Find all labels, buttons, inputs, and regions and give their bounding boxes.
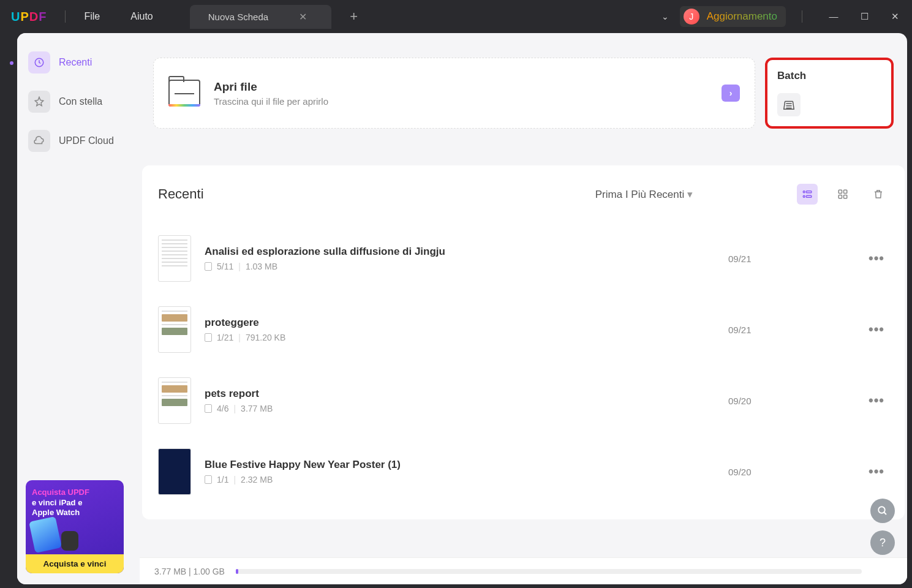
sidebar-item-label: UPDF Cloud bbox=[59, 135, 114, 146]
svg-point-9 bbox=[878, 507, 885, 513]
close-icon[interactable]: ✕ bbox=[299, 11, 307, 23]
open-file-subtitle: Trascina qui il file per aprirlo bbox=[214, 96, 328, 107]
file-row[interactable]: proteggere 1/21 | 791.20 KB 09/21 ••• bbox=[158, 294, 889, 365]
main-content: Apri file Trascina qui il file per aprir… bbox=[140, 33, 907, 584]
svg-rect-3 bbox=[807, 191, 812, 193]
file-meta: 4/6 | 3.77 MB bbox=[205, 404, 715, 413]
file-row[interactable]: Blue Festive Happy New Year Poster (1) 1… bbox=[158, 436, 889, 507]
file-meta: 1/21 | 791.20 KB bbox=[205, 333, 715, 342]
divider bbox=[802, 10, 802, 23]
minimize-button[interactable]: — bbox=[827, 11, 840, 22]
chevron-right-icon[interactable]: › bbox=[722, 85, 740, 102]
file-thumb bbox=[158, 377, 191, 424]
svg-rect-6 bbox=[844, 190, 847, 193]
update-label: Aggiornamento bbox=[707, 10, 777, 23]
titlebar: UPDF File Aiuto Nuova Scheda ✕ + ⌄ J Agg… bbox=[0, 0, 912, 33]
svg-point-2 bbox=[803, 195, 805, 197]
svg-point-1 bbox=[803, 191, 805, 193]
pages-icon bbox=[205, 333, 212, 342]
file-list: Analisi ed esplorazione sulla diffusione… bbox=[158, 223, 889, 507]
file-row[interactable]: Analisi ed esplorazione sulla diffusione… bbox=[158, 223, 889, 294]
trash-button[interactable] bbox=[868, 184, 889, 205]
sidebar-item-recent[interactable]: Recenti bbox=[26, 48, 131, 77]
search-button[interactable] bbox=[870, 499, 895, 523]
sidebar: Recenti Con stella UPDF Cloud Acquista U… bbox=[17, 33, 140, 584]
folder-icon bbox=[168, 80, 200, 107]
more-button[interactable]: ••• bbox=[864, 393, 889, 409]
batch-title: Batch bbox=[777, 70, 881, 82]
file-name: Blue Festive Happy New Year Poster (1) bbox=[205, 459, 715, 471]
sort-dropdown[interactable]: Prima I Più Recenti bbox=[595, 188, 693, 201]
svg-rect-7 bbox=[839, 195, 842, 198]
footer: 3.77 MB | 1.00 GB bbox=[140, 557, 907, 584]
sidebar-item-starred[interactable]: Con stella bbox=[26, 87, 131, 116]
pages-icon bbox=[205, 262, 212, 271]
svg-rect-8 bbox=[844, 195, 847, 198]
promo-cta[interactable]: Acquista e vinci bbox=[26, 554, 124, 573]
batch-card[interactable]: Batch bbox=[765, 58, 894, 129]
file-name: proteggere bbox=[205, 317, 715, 329]
open-file-card[interactable]: Apri file Trascina qui il file per aprir… bbox=[153, 58, 755, 129]
file-row[interactable]: pets report 4/6 | 3.77 MB 09/20 ••• bbox=[158, 365, 889, 436]
divider bbox=[65, 10, 66, 23]
svg-rect-4 bbox=[807, 195, 812, 197]
file-thumb bbox=[158, 448, 191, 495]
more-button[interactable]: ••• bbox=[864, 464, 889, 480]
sidebar-item-cloud[interactable]: UPDF Cloud bbox=[26, 126, 131, 156]
promo-banner[interactable]: Acquista UPDF e vinci iPad e Apple Watch… bbox=[26, 480, 124, 573]
file-date: 09/21 bbox=[728, 325, 851, 335]
indicator-dot bbox=[10, 61, 13, 65]
recent-title: Recenti bbox=[158, 186, 204, 202]
star-icon bbox=[28, 91, 50, 113]
workspace: Recenti Con stella UPDF Cloud Acquista U… bbox=[17, 33, 907, 584]
close-button[interactable]: ✕ bbox=[889, 11, 901, 22]
menu-help[interactable]: Aiuto bbox=[130, 11, 153, 22]
help-button[interactable]: ? bbox=[870, 530, 895, 555]
clock-icon bbox=[28, 51, 50, 74]
file-date: 09/20 bbox=[728, 467, 851, 477]
menu-file[interactable]: File bbox=[84, 11, 100, 22]
cloud-icon bbox=[28, 130, 50, 152]
new-tab-button[interactable]: + bbox=[350, 9, 358, 24]
sidebar-item-label: Con stella bbox=[59, 96, 102, 107]
app-logo: UPDF bbox=[11, 10, 47, 24]
storage-text: 3.77 MB | 1.00 GB bbox=[154, 567, 225, 576]
file-name: pets report bbox=[205, 388, 715, 400]
promo-title: Acquista UPDF e vinci iPad e Apple Watch bbox=[32, 488, 118, 518]
user-update-block[interactable]: J Aggiornamento bbox=[680, 6, 786, 27]
more-button[interactable]: ••• bbox=[864, 322, 889, 337]
list-view-button[interactable] bbox=[797, 184, 818, 205]
batch-stack-icon[interactable] bbox=[777, 93, 801, 116]
window-controls: — ☐ ✕ bbox=[827, 11, 901, 22]
tab-title: Nuova Scheda bbox=[208, 12, 268, 22]
file-name: Analisi ed esplorazione sulla diffusione… bbox=[205, 246, 715, 258]
pages-icon bbox=[205, 475, 212, 484]
storage-bar bbox=[236, 569, 862, 574]
file-meta: 5/11 | 1.03 MB bbox=[205, 262, 715, 271]
open-file-title: Apri file bbox=[214, 80, 328, 94]
recent-panel: Recenti Prima I Più Recenti Analisi ed bbox=[142, 165, 905, 519]
avatar: J bbox=[684, 9, 699, 24]
file-date: 09/21 bbox=[728, 254, 851, 264]
chevron-down-icon[interactable]: ⌄ bbox=[661, 12, 669, 21]
file-date: 09/20 bbox=[728, 396, 851, 406]
file-thumb bbox=[158, 306, 191, 353]
file-thumb bbox=[158, 235, 191, 282]
svg-rect-5 bbox=[839, 190, 842, 193]
grid-view-button[interactable] bbox=[832, 184, 853, 205]
pages-icon bbox=[205, 404, 212, 413]
file-meta: 1/1 | 2.32 MB bbox=[205, 475, 715, 484]
maximize-button[interactable]: ☐ bbox=[858, 11, 870, 22]
promo-image bbox=[32, 521, 118, 551]
tab-new[interactable]: Nuova Scheda ✕ bbox=[190, 5, 331, 29]
more-button[interactable]: ••• bbox=[864, 251, 889, 266]
sidebar-item-label: Recenti bbox=[59, 57, 92, 68]
